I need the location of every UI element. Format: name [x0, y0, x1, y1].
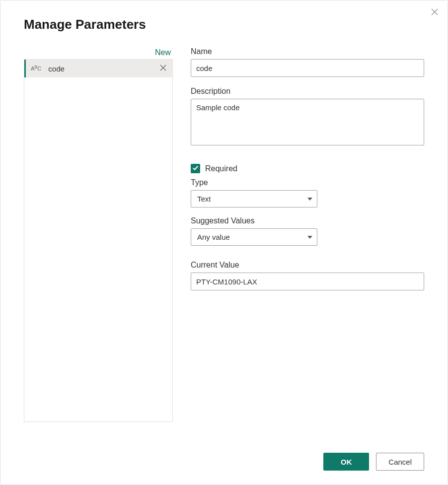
ok-button[interactable]: OK	[323, 453, 369, 471]
remove-icon	[160, 65, 166, 72]
suggested-values-select-value: Any value	[197, 233, 230, 241]
check-icon	[192, 165, 199, 173]
suggested-values-label: Suggested Values	[191, 216, 424, 225]
dialog-footer: OK Cancel	[323, 453, 424, 471]
parameter-list: ABC code	[24, 59, 173, 422]
current-value-label: Current Value	[191, 261, 424, 270]
type-field: Type Text	[191, 178, 424, 208]
content-area: New ABC code Name Des	[0, 32, 448, 422]
dialog-title: Manage Parameters	[0, 0, 448, 32]
remove-parameter-button[interactable]	[158, 63, 168, 74]
type-select-value: Text	[197, 195, 211, 203]
description-label: Description	[191, 87, 424, 96]
type-select[interactable]: Text	[191, 190, 317, 208]
name-label: Name	[191, 47, 424, 56]
new-parameter-link[interactable]: New	[24, 47, 173, 59]
current-value-input[interactable]	[191, 273, 424, 290]
name-input[interactable]	[191, 59, 424, 77]
description-field: Description Sample code	[191, 87, 424, 147]
current-value-field: Current Value	[191, 261, 424, 290]
parameter-item-label: code	[48, 65, 158, 73]
name-field: Name	[191, 47, 424, 77]
parameter-list-panel: New ABC code	[24, 47, 173, 422]
suggested-values-field: Suggested Values Any value	[191, 216, 424, 246]
required-checkbox[interactable]	[191, 164, 200, 173]
parameter-item-code[interactable]: ABC code	[24, 60, 172, 77]
suggested-values-select[interactable]: Any value	[191, 228, 317, 246]
required-label: Required	[205, 164, 237, 173]
type-label: Type	[191, 178, 424, 187]
text-type-icon: ABC	[31, 66, 41, 71]
cancel-button[interactable]: Cancel	[376, 453, 424, 471]
close-button[interactable]	[429, 6, 441, 18]
parameter-form: Name Description Sample code Required Ty…	[191, 47, 424, 422]
description-input[interactable]: Sample code	[191, 99, 424, 145]
close-icon	[431, 8, 439, 17]
required-field: Required	[191, 164, 424, 173]
